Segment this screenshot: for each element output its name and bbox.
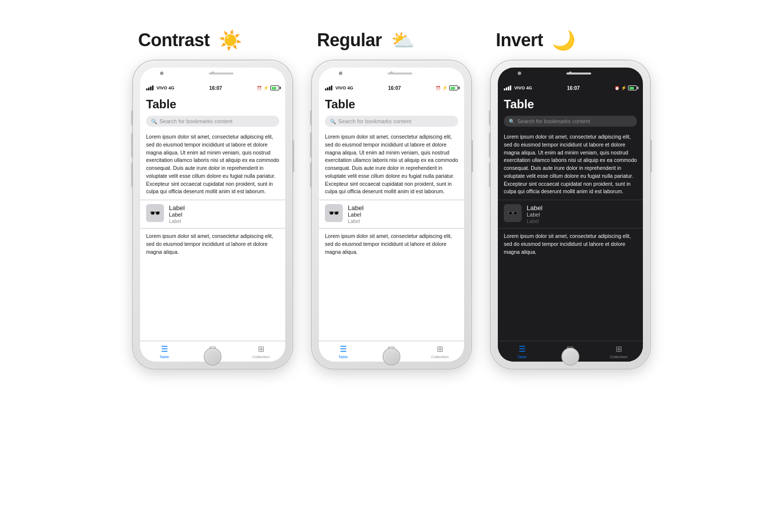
tab-icon-collection: ⊞	[258, 344, 264, 354]
status-bar: VIVO 4G 16:07 ⏰ ⚡	[498, 82, 643, 93]
app-content: Table 🔍 Search for bookmarks content Lor…	[140, 93, 285, 362]
side-btn-vol-up	[131, 133, 133, 157]
section-title-regular: Regular	[317, 30, 382, 51]
signal-bars	[325, 85, 332, 90]
front-cam-sensor	[518, 72, 521, 75]
status-right: ⏰ ⚡	[436, 85, 458, 90]
search-bar[interactable]: 🔍 Search for bookmarks content	[146, 116, 279, 127]
list-item-sublabel: Label	[169, 212, 185, 218]
battery-tip	[637, 87, 638, 89]
app-content: Table 🔍 Search for bookmarks content Lor…	[319, 93, 464, 362]
search-placeholder: Search for bookmarks content	[159, 118, 233, 124]
home-button[interactable]	[383, 348, 400, 366]
alarm-icon: ⏰	[615, 86, 620, 90]
tab-item-table[interactable]: ☰ Table	[319, 341, 367, 362]
screen-area-invert: VIVO 4G 16:07 ⏰ ⚡ Table 🔍 Search for boo…	[498, 68, 643, 362]
home-button[interactable]	[204, 348, 222, 366]
battery-fill	[451, 87, 456, 89]
search-icon: 🔍	[509, 119, 515, 124]
list-item[interactable]: 🕶️ Label Label Label	[319, 200, 464, 228]
list-item-label: Label	[527, 204, 543, 212]
text-block-1: Lorem ipsum dolor sit amet, consectetur …	[319, 129, 464, 200]
app-title: Table	[504, 97, 637, 111]
search-bar[interactable]: 🔍 Search for bookmarks content	[504, 116, 637, 127]
list-item-icon: 🕶️	[325, 204, 343, 222]
alarm-icon: ⏰	[436, 86, 441, 90]
section-contrast: Contrast ☀️ VIVO 4G 16:07 ⏰ ⚡	[133, 30, 292, 369]
tab-item-table[interactable]: ☰ Table	[140, 341, 188, 362]
side-btn-vol-down	[310, 162, 312, 187]
speaker	[388, 73, 412, 75]
side-btn-power	[471, 140, 473, 172]
front-cam-sensor	[160, 72, 163, 75]
side-btn-mute	[489, 110, 491, 125]
home-button[interactable]	[561, 348, 579, 366]
signal-bar-2	[506, 87, 507, 90]
section-title-contrast: Contrast	[138, 30, 210, 51]
status-time: 16:07	[388, 85, 401, 91]
signal-bar-3	[508, 86, 509, 90]
status-bar: VIVO 4G 16:07 ⏰ ⚡	[319, 82, 464, 93]
carrier-name: VIVO 4G	[335, 85, 353, 90]
list-item-text: Label Label Label	[348, 204, 364, 224]
tab-label-table: Table	[159, 355, 169, 359]
side-btn-vol-down	[131, 162, 133, 187]
side-btn-vol-down	[489, 162, 491, 187]
tab-icon-collection: ⊞	[437, 344, 443, 354]
side-btn-power	[650, 140, 652, 172]
carrier-name: VIVO 4G	[514, 85, 532, 90]
signal-bar-4	[331, 85, 332, 90]
signal-bar-1	[325, 88, 326, 90]
signal-bar-2	[327, 87, 328, 90]
speaker	[209, 73, 234, 75]
list-item-footer: Label	[348, 219, 364, 224]
text-block-2: Lorem ipsum dolor sit amet, consectetur …	[498, 228, 643, 260]
section-invert: Invert 🌙 VIVO 4G 16:07 ⏰ ⚡	[491, 30, 650, 369]
list-item[interactable]: 🕶️ Label Label Label	[498, 200, 643, 228]
list-item-label: Label	[348, 204, 364, 212]
list-item-label: Label	[169, 204, 185, 212]
list-item-icon: 🕶️	[504, 204, 522, 222]
list-item-text: Label Label Label	[169, 204, 185, 224]
side-btn-power	[292, 140, 294, 172]
search-bar[interactable]: 🔍 Search for bookmarks content	[325, 116, 458, 127]
section-icon-regular: ⛅	[391, 31, 414, 50]
tab-item-collection[interactable]: ⊞ Collection	[595, 341, 643, 362]
signal-bar-2	[148, 87, 150, 90]
list-item-footer: Label	[169, 219, 185, 224]
status-left: VIVO 4G	[325, 85, 353, 90]
section-icon-contrast: ☀️	[219, 31, 242, 50]
text-block-1: Lorem ipsum dolor sit amet, consectetur …	[498, 129, 643, 200]
bluetooth-icon: ⚡	[442, 85, 448, 90]
side-btn-mute	[310, 110, 312, 125]
search-icon: 🔍	[151, 119, 157, 124]
battery-icon	[628, 85, 637, 90]
list-item[interactable]: 🕶️ Label Label Label	[140, 200, 285, 228]
signal-bars	[504, 85, 511, 90]
search-placeholder: Search for bookmarks content	[517, 118, 590, 124]
tab-icon-table: ☰	[161, 344, 168, 354]
app-content: Table 🔍 Search for bookmarks content Lor…	[498, 93, 643, 362]
tab-item-collection[interactable]: ⊞ Collection	[416, 341, 464, 362]
section-icon-invert: 🌙	[552, 31, 575, 50]
list-item-text: Label Label Label	[527, 204, 543, 224]
tab-item-collection[interactable]: ⊞ Collection	[237, 341, 285, 362]
search-placeholder: Search for bookmarks content	[338, 118, 411, 124]
screen-area-contrast: VIVO 4G 16:07 ⏰ ⚡ Table 🔍 Search for boo…	[140, 68, 285, 362]
phone-frame-invert: VIVO 4G 16:07 ⏰ ⚡ Table 🔍 Search for boo…	[491, 61, 650, 369]
signal-bars	[146, 85, 154, 90]
status-right: ⏰ ⚡	[257, 85, 279, 90]
status-time: 16:07	[567, 85, 580, 91]
tab-label-collection: Collection	[252, 355, 270, 359]
tab-icon-collection: ⊞	[616, 344, 622, 354]
battery-icon	[449, 85, 458, 90]
battery-tip	[459, 87, 460, 89]
tab-item-table[interactable]: ☰ Table	[498, 341, 546, 362]
tab-label-table: Table	[517, 355, 527, 359]
signal-bar-3	[150, 86, 152, 90]
alarm-icon: ⏰	[257, 86, 262, 90]
battery-fill	[272, 87, 277, 89]
section-title-invert: Invert	[496, 30, 543, 51]
tab-icon-table: ☰	[340, 344, 347, 354]
signal-bar-4	[152, 85, 154, 90]
